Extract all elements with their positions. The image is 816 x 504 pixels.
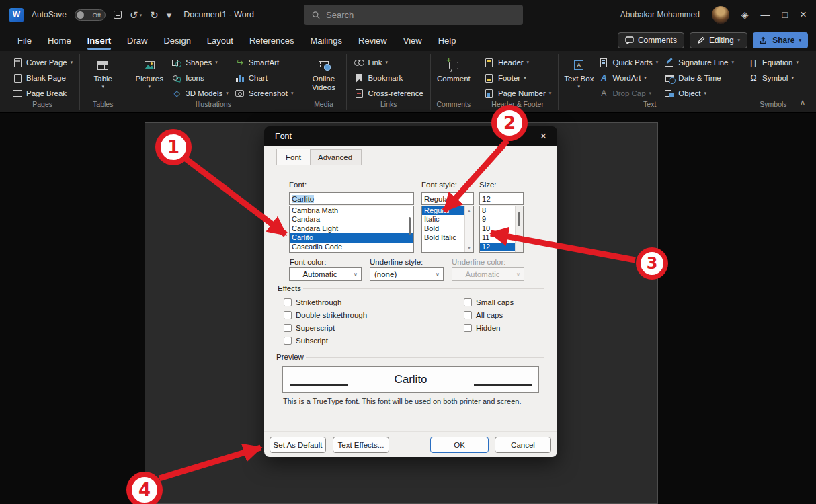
- shapes-button[interactable]: Shapes▾: [169, 55, 230, 70]
- tab-mailings[interactable]: Mailings: [302, 32, 350, 50]
- search-bar[interactable]: [304, 5, 523, 25]
- object-button[interactable]: Object▾: [662, 86, 736, 101]
- font-name-input[interactable]: Carlito: [289, 192, 414, 205]
- cover-page-button[interactable]: Cover Page▾: [10, 55, 75, 70]
- undo-button[interactable]: ↺▾: [130, 10, 142, 20]
- title-bar: W AutoSave Off ↺▾ ↻ ▾ Document1 - Word A…: [0, 0, 816, 30]
- text-effects-button[interactable]: Text Effects...: [333, 437, 389, 453]
- size-list-scrollbar[interactable]: [515, 206, 523, 252]
- font-list-item-selected[interactable]: Carlito: [290, 233, 413, 242]
- font-list-scrollbar[interactable]: [409, 217, 411, 235]
- dialog-close-button[interactable]: ×: [540, 131, 546, 142]
- 3d-models-icon: ◇: [171, 88, 182, 99]
- bookmark-button[interactable]: Bookmark: [352, 71, 425, 85]
- set-as-default-button[interactable]: Set As Default: [270, 437, 326, 453]
- style-list-item-selected[interactable]: Regular: [422, 206, 465, 215]
- gem-icon[interactable]: ◈: [741, 9, 749, 20]
- signature-line-button[interactable]: Signature Line▾: [662, 55, 736, 70]
- all-caps-checkbox[interactable]: All caps: [464, 311, 503, 319]
- wordart-button[interactable]: AWordArt▾: [596, 71, 660, 85]
- equation-button[interactable]: ∏Equation▾: [746, 55, 801, 70]
- text-box-button[interactable]: A Text Box ▾: [563, 55, 594, 99]
- font-description-note: This is a TrueType font. This font will …: [283, 397, 521, 405]
- font-style-list: Regular Italic Bold Bold Italic ▲ ▼: [421, 206, 474, 253]
- chevron-down-icon: ▾: [644, 75, 647, 81]
- page-number-button[interactable]: Page Number▾: [482, 86, 553, 101]
- font-style-input[interactable]: Regular: [421, 192, 474, 205]
- scroll-down-icon[interactable]: ▼: [467, 245, 471, 250]
- font-list-item[interactable]: Cascadia Code: [290, 243, 413, 251]
- date-time-button[interactable]: Date & Time: [662, 71, 736, 85]
- pictures-button[interactable]: Pictures ▾: [131, 55, 167, 99]
- ok-button[interactable]: OK: [430, 437, 489, 453]
- redo-icon: ↻: [150, 10, 159, 20]
- comment-button[interactable]: Comment: [436, 55, 472, 99]
- icons-button[interactable]: Icons: [169, 71, 230, 85]
- tab-review[interactable]: Review: [350, 32, 395, 50]
- object-icon: [664, 88, 675, 99]
- minimize-button[interactable]: —: [761, 9, 770, 20]
- 3d-models-button[interactable]: ◇3D Models▾: [169, 86, 230, 101]
- strikethrough-checkbox[interactable]: Strikethrough: [284, 298, 341, 306]
- tab-layout[interactable]: Layout: [199, 32, 241, 50]
- comments-button[interactable]: Comments: [618, 32, 684, 48]
- scroll-up-icon[interactable]: ▲: [467, 208, 471, 213]
- tab-design[interactable]: Design: [155, 32, 198, 50]
- superscript-checkbox[interactable]: Superscript: [284, 324, 335, 332]
- editing-button[interactable]: Editing ▾: [690, 32, 747, 48]
- tab-references[interactable]: References: [241, 32, 302, 50]
- tab-view[interactable]: View: [395, 32, 430, 50]
- effects-group-label: Effects: [278, 284, 301, 292]
- tab-draw[interactable]: Draw: [119, 32, 155, 50]
- underline-color-dropdown: Automatic ∨: [452, 267, 524, 281]
- autosave-toggle[interactable]: Off: [75, 9, 106, 21]
- page-break-button[interactable]: Page Break: [10, 86, 75, 101]
- font-color-dropdown[interactable]: Automatic ∨: [289, 267, 362, 281]
- font-size-input[interactable]: 12: [479, 192, 524, 205]
- collapse-ribbon-icon[interactable]: ∧: [800, 98, 805, 107]
- quick-parts-icon: [600, 58, 607, 67]
- blank-page-button[interactable]: Blank Page: [10, 71, 75, 85]
- hidden-checkbox[interactable]: Hidden: [464, 324, 500, 332]
- size-list-item-selected[interactable]: 12: [480, 243, 515, 251]
- dialog-tab-advanced[interactable]: Advanced: [309, 149, 362, 165]
- user-avatar[interactable]: [712, 6, 729, 24]
- save-button[interactable]: [114, 11, 122, 19]
- quick-parts-button[interactable]: Quick Parts▾: [596, 55, 660, 70]
- smartart-button[interactable]: ↪SmartArt: [233, 55, 296, 70]
- search-input[interactable]: [326, 10, 515, 20]
- font-list-item[interactable]: Cambria Math: [290, 206, 413, 215]
- drop-cap-button[interactable]: ADrop Cap▾: [596, 86, 660, 101]
- header-button[interactable]: Header▾: [482, 55, 553, 70]
- ribbon-group-comments: Comment Comments: [431, 54, 477, 110]
- tab-help[interactable]: Help: [430, 32, 464, 50]
- online-videos-button[interactable]: Online Videos: [305, 55, 341, 99]
- tab-file[interactable]: File: [9, 32, 40, 50]
- small-caps-checkbox[interactable]: Small caps: [464, 298, 514, 306]
- share-button[interactable]: Share ▾: [753, 32, 808, 48]
- link-button[interactable]: Link▾: [352, 55, 425, 70]
- font-list-item[interactable]: Candara: [290, 215, 413, 224]
- double-strikethrough-checkbox[interactable]: Double strikethrough: [284, 311, 367, 319]
- screenshot-button[interactable]: Screenshot▾: [233, 86, 296, 101]
- tab-home[interactable]: Home: [40, 32, 79, 50]
- new-comment-icon: [449, 62, 458, 69]
- ribbon-group-pages: Cover Page▾ Blank Page Page Break Pages: [5, 54, 80, 110]
- maximize-button[interactable]: □: [782, 9, 788, 20]
- underline-style-dropdown[interactable]: (none) ∨: [370, 267, 444, 281]
- footer-button[interactable]: Footer▾: [482, 71, 553, 85]
- style-list-scrollbar[interactable]: ▲ ▼: [464, 206, 473, 252]
- tab-insert[interactable]: Insert: [79, 32, 119, 50]
- preview-group-line: [306, 357, 544, 358]
- cancel-button[interactable]: Cancel: [495, 437, 551, 453]
- quick-access-chevron-icon[interactable]: ▾: [167, 10, 172, 20]
- dialog-tab-font[interactable]: Font: [276, 149, 311, 165]
- cross-reference-button[interactable]: Cross-reference: [352, 86, 425, 101]
- symbol-button[interactable]: ΩSymbol▾: [746, 71, 801, 85]
- subscript-checkbox[interactable]: Subscript: [284, 337, 328, 345]
- table-button[interactable]: Table ▾: [85, 55, 121, 99]
- redo-button[interactable]: ↻: [150, 10, 159, 20]
- close-button[interactable]: ×: [800, 8, 807, 22]
- font-list-item[interactable]: Candara Light: [290, 224, 413, 233]
- chart-button[interactable]: Chart: [233, 71, 296, 85]
